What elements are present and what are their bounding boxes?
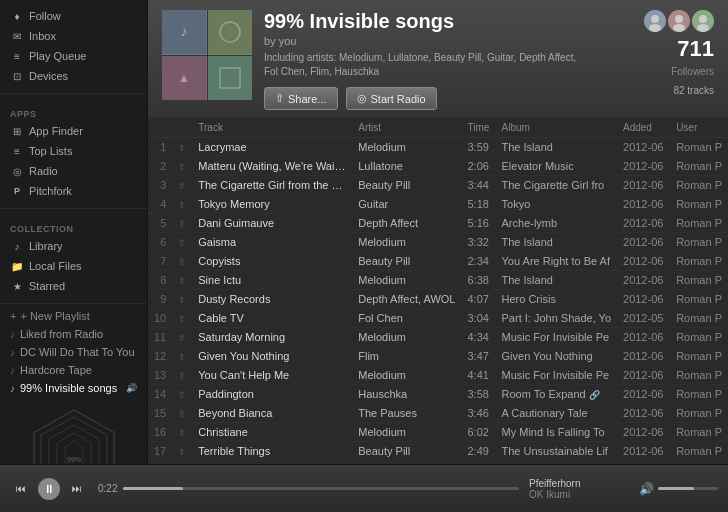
play-button[interactable]: ⏸ <box>38 478 60 500</box>
np-artist-name: OK Ikumi <box>529 489 629 500</box>
sidebar-item-queue[interactable]: ≡ Play Queue <box>0 46 147 66</box>
sidebar-item-library[interactable]: ♪ Library <box>0 236 147 256</box>
inbox-icon: ✉ <box>10 29 24 43</box>
sidebar-item-devices[interactable]: ⊡ Devices <box>0 66 147 86</box>
playlist-actions: ⇧ Share... ◎ Start Radio <box>264 87 622 110</box>
table-row[interactable]: 12 ⇧ Given You Nothing Flim 3:47 Given Y… <box>148 347 728 366</box>
table-row[interactable]: 5 ⇧ Dani Guimauve Depth Affect 5:16 Arch… <box>148 214 728 233</box>
table-row[interactable]: 1 ⇧ Lacrymae Melodium 3:59 The Island 20… <box>148 138 728 157</box>
volume-slider[interactable] <box>658 487 718 490</box>
track-user-1: Roman P <box>670 157 728 176</box>
track-artist-0: Melodium <box>352 138 461 157</box>
track-album-9: Part I: John Shade, Yo <box>496 309 617 328</box>
table-row[interactable]: 6 ⇧ Gaisma Melodium 3:32 The Island 2012… <box>148 233 728 252</box>
col-user[interactable]: User <box>670 118 728 138</box>
progress-fill <box>123 487 182 490</box>
track-share-icon-13: ⇧ <box>172 385 192 404</box>
sidebar-item-inbox[interactable]: ✉ Inbox <box>0 26 147 46</box>
svg-rect-8 <box>208 10 252 54</box>
playlist-artists: Including artists: Melodium, Lullatone, … <box>264 51 622 79</box>
playlist-note-icon3: ♪ <box>10 365 15 376</box>
table-row[interactable]: 10 ⇧ Cable TV Fol Chen 3:04 Part I: John… <box>148 309 728 328</box>
table-row[interactable]: 9 ⇧ Dusty Records Depth Affect, AWOL 4:0… <box>148 290 728 309</box>
table-row[interactable]: 16 ⇧ Christiane Melodium 6:02 My Mind Is… <box>148 423 728 442</box>
new-playlist-button[interactable]: + + New Playlist <box>0 307 147 325</box>
radio-start-icon: ◎ <box>357 92 367 105</box>
table-row[interactable]: 15 ⇧ Beyond Bianca The Pauses 3:46 A Cau… <box>148 404 728 423</box>
playlist-header: ♪ ▲ 99% Invisible songs by you Including… <box>148 0 728 118</box>
share-button[interactable]: ⇧ Share... <box>264 87 338 110</box>
track-time-6: 2:34 <box>461 252 495 271</box>
table-row[interactable]: 17 ⇧ Terrible Things Beauty Pill 2:49 Th… <box>148 442 728 461</box>
track-user-8: Roman P <box>670 290 728 309</box>
toplists-icon: ≡ <box>10 144 24 158</box>
track-table: Track Artist Time Album Added User 1 ⇧ L… <box>148 118 728 464</box>
track-time-12: 4:41 <box>461 366 495 385</box>
track-num-10: 11 <box>148 328 172 347</box>
sidebar-playlist-hardcore[interactable]: ♪ Hardcore Tape <box>0 361 147 379</box>
track-share-icon-12: ⇧ <box>172 366 192 385</box>
svg-text:♪: ♪ <box>181 23 188 39</box>
track-time-14: 3:46 <box>461 404 495 423</box>
track-artist-4: Depth Affect <box>352 214 461 233</box>
follow-icon: ♦ <box>10 9 24 23</box>
table-row[interactable]: 11 ⇧ Saturday Morning Melodium 4:34 Musi… <box>148 328 728 347</box>
table-row[interactable]: 14 ⇧ Paddington Hauschka 3:58 Room To Ex… <box>148 385 728 404</box>
sidebar-item-toplists[interactable]: ≡ Top Lists <box>0 141 147 161</box>
track-share-icon-3: ⇧ <box>172 195 192 214</box>
devices-icon: ⊡ <box>10 69 24 83</box>
volume-fill <box>658 487 694 490</box>
track-user-2: Roman P <box>670 176 728 195</box>
track-num-2: 3 <box>148 176 172 195</box>
col-album[interactable]: Album <box>496 118 617 138</box>
track-share-icon-16: ⇧ <box>172 442 192 461</box>
start-radio-button[interactable]: ◎ Start Radio <box>346 87 437 110</box>
sidebar-item-starred[interactable]: ★ Starred <box>0 276 147 296</box>
prev-button[interactable]: ⏮ <box>10 478 32 500</box>
sidebar-playlist-dc[interactable]: ♪ DC Will Do That To You <box>0 343 147 361</box>
svg-point-18 <box>675 15 683 23</box>
starred-icon: ★ <box>10 279 24 293</box>
table-row[interactable]: 13 ⇧ You Can't Help Me Melodium 4:41 Mus… <box>148 366 728 385</box>
table-row[interactable]: 4 ⇧ Tokyo Memory Guitar 5:18 Tokyo 2012-… <box>148 195 728 214</box>
track-artist-9: Fol Chen <box>352 309 461 328</box>
table-row[interactable]: 7 ⇧ Copyists Beauty Pill 2:34 You Are Ri… <box>148 252 728 271</box>
track-user-14: Roman P <box>670 404 728 423</box>
sidebar-label-inbox: Inbox <box>29 30 56 42</box>
sidebar-label-toplists: Top Lists <box>29 145 72 157</box>
followers-label: Followers <box>671 66 714 77</box>
col-track[interactable]: Track <box>192 118 352 138</box>
sidebar-playlist-liked[interactable]: ♪ Liked from Radio <box>0 325 147 343</box>
track-user-6: Roman P <box>670 252 728 271</box>
track-album-16: The Unsustainable Lif <box>496 442 617 461</box>
track-table-container[interactable]: Track Artist Time Album Added User 1 ⇧ L… <box>148 118 728 464</box>
table-row[interactable]: 3 ⇧ The Cigarette Girl from the Future B… <box>148 176 728 195</box>
cover-cell-3: ▲ <box>162 56 207 101</box>
track-name-16: Terrible Things <box>192 442 352 461</box>
sidebar-item-follow[interactable]: ♦ Follow <box>0 6 147 26</box>
table-row[interactable]: 8 ⇧ Sine Ictu Melodium 6:38 The Island 2… <box>148 271 728 290</box>
col-added[interactable]: Added <box>617 118 670 138</box>
sidebar-item-appfinder[interactable]: ⊞ App Finder <box>0 121 147 141</box>
sidebar-item-localfiles[interactable]: 📁 Local Files <box>0 256 147 276</box>
sidebar-playlist-99invisible[interactable]: ♪ 99% Invisible songs 🔊 <box>0 379 147 397</box>
track-num-14: 15 <box>148 404 172 423</box>
track-artist-1: Lullatone <box>352 157 461 176</box>
col-artist[interactable]: Artist <box>352 118 461 138</box>
next-button[interactable]: ⏭ <box>66 478 88 500</box>
cover-cell-2 <box>208 10 253 55</box>
svg-text:99%: 99% <box>66 456 80 463</box>
col-time[interactable]: Time <box>461 118 495 138</box>
sidebar-item-pitchfork[interactable]: P Pitchfork <box>0 181 147 201</box>
playlist-note-icon4: ♪ <box>10 383 15 394</box>
track-added-2: 2012-06 <box>617 176 670 195</box>
svg-rect-12 <box>208 56 252 100</box>
sidebar-item-radio[interactable]: ◎ Radio <box>0 161 147 181</box>
table-row[interactable]: 2 ⇧ Matteru (Waiting, We're Waiting) Lul… <box>148 157 728 176</box>
apps-section-label: APPS <box>0 103 147 121</box>
track-added-1: 2012-06 <box>617 157 670 176</box>
track-album-11: Given You Nothing <box>496 347 617 366</box>
track-num-16: 17 <box>148 442 172 461</box>
progress-bar[interactable] <box>123 487 519 490</box>
track-name-6: Copyists <box>192 252 352 271</box>
